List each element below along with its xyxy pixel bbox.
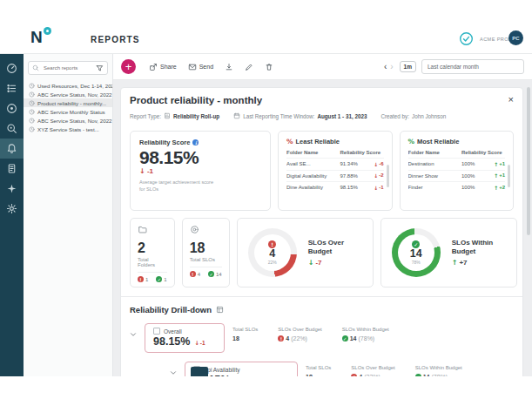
- drilldown-slo-box[interactable]: Overall 98.15% -1: [145, 323, 225, 353]
- drilldown-row-name: Overall: [164, 328, 182, 335]
- report-list-item[interactable]: XYZ Service Stats - test...: [24, 125, 112, 133]
- over-budget-column: SLOs Over Budget 4 (22%): [351, 365, 394, 376]
- logo-dot-icon: [44, 27, 51, 35]
- slo-target-icon[interactable]: [0, 98, 24, 118]
- share-button[interactable]: Share: [149, 63, 177, 71]
- created-by-value: John Johnson: [412, 113, 446, 119]
- down-arrow-icon: [374, 161, 378, 167]
- report-clock-icon: [29, 118, 35, 124]
- slos-over-count: 4: [198, 272, 200, 277]
- report-list-item[interactable]: ABC Service Status, Nov, 2022: [24, 90, 112, 98]
- within-budget-value: 14: [410, 248, 422, 260]
- percent-up-icon: %: [408, 138, 415, 145]
- layout-grid-icon[interactable]: [216, 306, 224, 314]
- drilldown-row-score: 98.15%: [153, 335, 190, 348]
- most-reliable-title: Most Reliable: [417, 138, 459, 145]
- reliability-score-title: Reliability Score: [139, 139, 190, 146]
- up-arrow-icon: [452, 259, 458, 267]
- edit-button[interactable]: [245, 63, 253, 71]
- reports-sidebar: Used Resources, Dec 1-14, 2022 ABC Servi…: [24, 54, 113, 376]
- over-budget-value: 4: [269, 248, 275, 260]
- report-item-label: XYZ Service Stats - test...: [37, 126, 99, 132]
- chevron-down-icon[interactable]: [130, 331, 137, 338]
- info-icon[interactable]: i: [192, 139, 199, 145]
- reports-doc-icon[interactable]: [0, 159, 24, 179]
- report-list-item[interactable]: ABC Service Status, Nov, 2022: [24, 116, 112, 125]
- report-item-label: Used Resources, Dec 1-14, 2022: [37, 83, 112, 89]
- report-clock-icon: [29, 126, 35, 132]
- ok-badge-icon: [342, 335, 348, 342]
- add-report-button[interactable]: [121, 59, 136, 74]
- share-label: Share: [160, 64, 177, 70]
- send-button[interactable]: Send: [188, 63, 213, 71]
- over-budget-column: SLOs Over Budget 4 (22%): [278, 327, 321, 342]
- nav-rail: [0, 54, 24, 376]
- over-budget-title: SLOs Over Budget: [308, 239, 362, 257]
- download-button[interactable]: [225, 63, 233, 71]
- col-reliability-score: Reliability Score: [340, 150, 384, 155]
- report-panel: Product reliability - monthly Report Typ…: [120, 87, 523, 376]
- send-label: Send: [199, 64, 213, 70]
- within-budget-gauge: 14 78%: [392, 228, 441, 277]
- report-type-value: Reliability Roll-up: [173, 113, 219, 119]
- over-budget-delta: -7: [308, 259, 362, 267]
- time-range-selector[interactable]: Last calendar month: [421, 59, 524, 74]
- time-window-value: August 1 - 31, 2023: [317, 113, 367, 119]
- pencil-icon: [245, 63, 253, 71]
- scrollbar-thumb[interactable]: [387, 165, 389, 187]
- report-list-item-selected[interactable]: Product reliability - monthly...: [24, 98, 112, 107]
- share-icon: [149, 63, 158, 71]
- search-box: [28, 61, 108, 75]
- report-page: Product reliability - monthly Report Typ…: [113, 80, 532, 376]
- time-window-label: Last Reporting Time Window:: [243, 113, 314, 119]
- slos-within-budget-card: 14 78% SLOs Within Budget +7: [380, 218, 517, 287]
- scrollbar-thumb[interactable]: [508, 165, 510, 187]
- drilldown-row-delta: -1: [194, 340, 205, 347]
- integrations-spark-icon[interactable]: [0, 179, 24, 199]
- scrollbar-thumb[interactable]: [527, 87, 530, 235]
- down-arrow-icon: [308, 259, 314, 267]
- total-slos-column: Total SLOs 18: [232, 327, 258, 342]
- table-row[interactable]: Dinner Show 100% +1: [408, 170, 506, 182]
- checkbox[interactable]: [153, 328, 160, 335]
- table-row[interactable]: Digital Availability 97.88% -2: [286, 170, 384, 182]
- time-prev-button[interactable]: [382, 63, 388, 71]
- report-title: Product reliability - monthly: [130, 95, 262, 105]
- time-next-button[interactable]: [388, 63, 394, 71]
- catalog-icon[interactable]: [0, 78, 24, 98]
- slos-within-count: 14: [216, 272, 222, 277]
- down-arrow-icon: [194, 340, 199, 347]
- col-folder-name: Folder Name: [408, 150, 462, 155]
- settings-gear-icon[interactable]: [0, 199, 24, 219]
- drilldown-row-api-availability: Api Availability 98.15% -1 Total SLOs 18: [170, 362, 514, 376]
- main-area: Share Send 1m La: [113, 54, 532, 376]
- report-list-item[interactable]: Used Resources, Dec 1-14, 2022: [24, 81, 112, 90]
- search-input[interactable]: [42, 64, 93, 71]
- report-clock-icon: [29, 100, 35, 106]
- report-item-label: ABC Service Status, Nov, 2022: [37, 91, 112, 98]
- delete-button[interactable]: [265, 63, 273, 71]
- user-avatar[interactable]: PC: [508, 30, 523, 45]
- time-range-badge[interactable]: 1m: [400, 61, 416, 72]
- within-budget-title: SLOs Within Budget: [452, 239, 506, 257]
- reliability-score-card: Reliability Score i 98.15% -1 Average ta…: [130, 131, 271, 211]
- close-icon[interactable]: [508, 95, 514, 105]
- folders-over-count: 1: [145, 277, 148, 282]
- ok-badge-icon: [156, 276, 162, 282]
- dashboard-icon[interactable]: [0, 58, 24, 78]
- clipped-tooltip: [191, 367, 208, 376]
- total-folders-card: 2 Total Folders 1 1: [130, 218, 175, 287]
- search-insights-icon[interactable]: [0, 118, 24, 139]
- alerts-bell-icon[interactable]: [0, 139, 24, 159]
- table-row[interactable]: Avail SE... 91.34% -6: [286, 158, 384, 170]
- report-item-label: ABC Service Monthly Status: [37, 109, 105, 115]
- table-row[interactable]: Finder 100% +2: [408, 181, 506, 193]
- table-row[interactable]: Dine Availability 98.15% -1: [286, 181, 384, 193]
- chevron-down-icon[interactable]: [170, 369, 177, 376]
- status-check-icon[interactable]: [459, 31, 474, 46]
- report-clock-icon: [29, 109, 35, 115]
- nobl9-logo[interactable]: N: [30, 29, 43, 45]
- filter-icon[interactable]: [96, 64, 104, 72]
- report-list-item[interactable]: ABC Service Monthly Status: [24, 107, 112, 116]
- table-row[interactable]: Destination 100% +1: [408, 158, 506, 170]
